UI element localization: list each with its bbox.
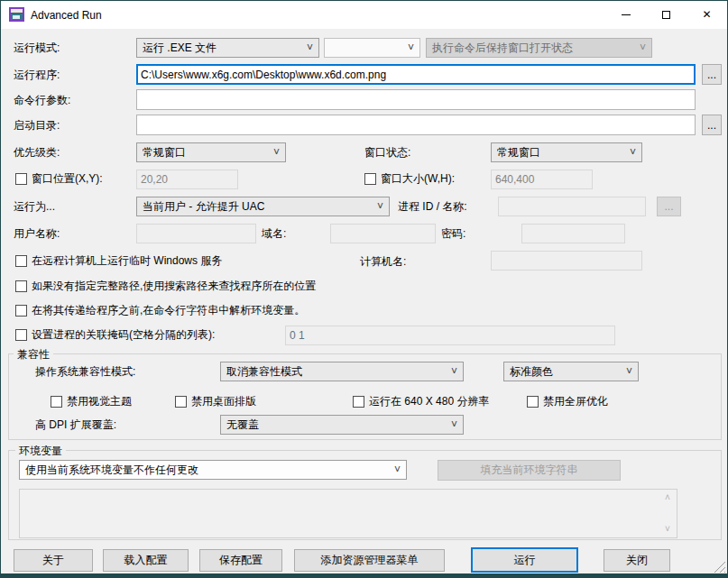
password-label: 密码: [441, 224, 465, 243]
resize-grip[interactable] [713, 560, 725, 573]
window-size-checkbox[interactable]: 窗口大小(W,H): [364, 172, 455, 186]
chevron-down-icon: ˅ [377, 201, 383, 212]
start-dir-input[interactable] [136, 115, 696, 135]
chevron-down-icon: ˅ [630, 147, 636, 158]
run-as-select[interactable]: 当前用户 - 允许提升 UAC ˅ [136, 197, 390, 216]
resolve-env-checkbox[interactable]: 在将其传递给程序之前,在命令行字符串中解析环境变量。 [15, 304, 305, 317]
run-as-label: 运行为... [14, 197, 55, 216]
scroll-down-icon[interactable]: ˅ [660, 525, 675, 534]
cmd-args-input[interactable] [136, 89, 696, 110]
about-button[interactable]: 关于 [14, 549, 93, 572]
affinity-input [285, 326, 615, 345]
load-config-button[interactable]: 载入配置 [103, 549, 189, 572]
remote-service-checkbox[interactable]: 在远程计算机上运行临时 Windows 服务 [15, 254, 222, 268]
checkbox-icon [15, 329, 27, 341]
computer-name-label: 计算机名: [360, 252, 406, 271]
chevron-down-icon: ˅ [394, 464, 401, 475]
minimize-button[interactable] [605, 1, 646, 28]
chevron-down-icon: ˅ [451, 366, 457, 377]
checkbox-icon [364, 173, 376, 185]
program-label: 运行程序: [14, 65, 60, 85]
password-input [521, 224, 625, 243]
cmd-args-label: 命令行参数: [14, 90, 70, 110]
chevron-down-icon: ˅ [273, 147, 280, 158]
scroll-up-icon[interactable]: ˄ [660, 493, 675, 502]
run-640x480-checkbox[interactable]: 运行在 640 X 480 分辨率 [353, 395, 489, 408]
keep-window-open-select: 执行命令后保持窗口打开状态 ˅ [426, 38, 652, 58]
browse-start-dir-button[interactable]: ... [702, 115, 722, 135]
run-mode-label: 运行模式: [14, 38, 60, 58]
color-mode-select[interactable]: 标准颜色 ˅ [503, 362, 639, 381]
chevron-down-icon: ˅ [408, 42, 414, 53]
environment-mode-select[interactable]: 使用当前系统环境变量不作任何更改 ˅ [19, 460, 407, 480]
browse-process-button: ... [657, 197, 681, 216]
compatibility-group-title: 兼容性 [14, 347, 53, 362]
close-icon: ✕ [702, 9, 711, 20]
program-input[interactable] [136, 64, 696, 85]
computer-name-input [491, 251, 642, 271]
maximize-button[interactable] [646, 1, 687, 28]
window-size-input [491, 170, 593, 189]
window-state-select[interactable]: 常规窗口 ˅ [491, 142, 642, 162]
run-button[interactable]: 运行 [471, 547, 578, 573]
disable-visual-theme-checkbox[interactable]: 禁用视觉主题 [51, 395, 132, 408]
add-explorer-menu-button[interactable]: 添加资源管理器菜单 [294, 549, 445, 572]
chevron-down-icon: ˅ [626, 366, 632, 377]
window-pos-checkbox[interactable]: 窗口位置(X,Y): [15, 172, 103, 186]
user-name-label: 用户名称: [14, 224, 60, 243]
os-compat-select[interactable]: 取消兼容性模式 ˅ [220, 362, 464, 381]
run-mode-select[interactable]: 运行 .EXE 文件 ˅ [136, 38, 319, 58]
process-id-input [498, 197, 646, 216]
search-path-checkbox[interactable]: 如果没有指定完整路径,使用搜索路径来查找程序所在的位置 [15, 280, 316, 293]
os-compat-label: 操作系统兼容性模式: [35, 362, 135, 381]
run-mode-secondary-select[interactable]: ˅ [324, 38, 420, 58]
checkbox-icon [15, 255, 27, 267]
window-state-label: 窗口状态: [364, 142, 410, 162]
checkbox-icon [15, 280, 27, 292]
environment-textarea[interactable] [19, 489, 677, 538]
close-window-button[interactable]: 关闭 [604, 549, 670, 572]
advanced-run-window: Advanced Run ✕ 运行模式: 运行 .EXE 文件 ˅ ˅ 执行命令… [0, 0, 728, 578]
browse-program-button[interactable]: ... [702, 64, 722, 85]
domain-label: 域名: [262, 224, 286, 243]
start-dir-label: 启动目录: [14, 115, 60, 135]
checkbox-icon [15, 305, 27, 317]
disable-desktop-composition-checkbox[interactable]: 禁用桌面排版 [175, 395, 256, 408]
chevron-down-icon: ˅ [451, 419, 457, 430]
save-config-button[interactable]: 保存配置 [199, 549, 282, 572]
high-dpi-select[interactable]: 无覆盖 ˅ [220, 415, 464, 435]
disable-fullscreen-opt-checkbox[interactable]: 禁用全屏优化 [527, 395, 608, 408]
minimize-icon [622, 14, 631, 15]
domain-input [330, 224, 436, 243]
maximize-icon [662, 11, 670, 19]
checkbox-icon [51, 396, 62, 408]
window-pos-input [136, 170, 238, 189]
priority-label: 优先级类: [14, 142, 60, 162]
high-dpi-label: 高 DPI 扩展覆盖: [35, 415, 116, 435]
affinity-checkbox[interactable]: 设置进程的关联掩码(空格分隔的列表): [15, 328, 215, 342]
app-icon [9, 7, 24, 22]
process-id-label: 进程 ID / 名称: [398, 197, 467, 216]
environment-group-title: 环境变量 [15, 444, 66, 459]
chevron-down-icon: ˅ [307, 42, 313, 53]
checkbox-icon [175, 396, 187, 408]
checkbox-icon [353, 396, 364, 408]
chevron-down-icon: ˅ [640, 42, 646, 53]
checkbox-icon [15, 173, 27, 185]
checkbox-icon [527, 396, 539, 408]
window-title: Advanced Run [31, 9, 102, 22]
close-button[interactable]: ✕ [687, 1, 727, 28]
user-name-input [136, 224, 256, 243]
priority-select[interactable]: 常规窗口 ˅ [136, 142, 286, 162]
fill-env-strings-button: 填充当前环境字符串 [438, 460, 621, 481]
